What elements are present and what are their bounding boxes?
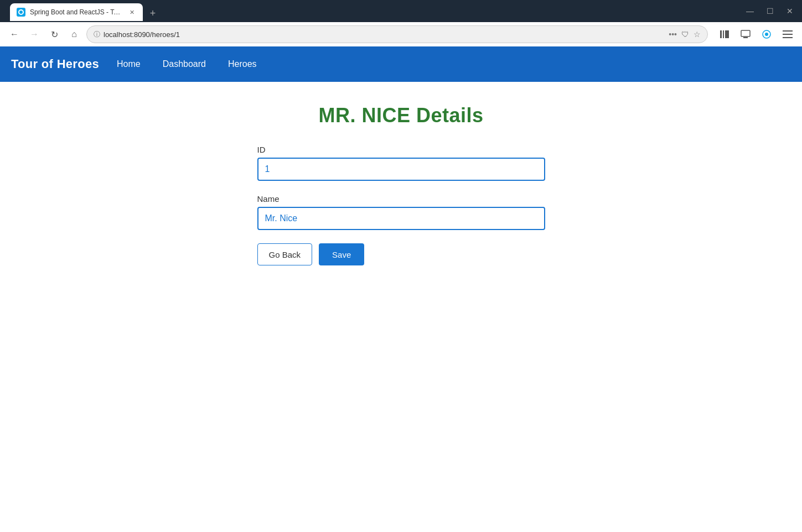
svg-point-6 xyxy=(765,33,768,36)
synced-tabs-button[interactable] xyxy=(738,27,753,42)
app-title: Tour of Heroes xyxy=(11,57,99,71)
tab-close-button[interactable]: ✕ xyxy=(127,8,136,17)
window-controls: — ☐ ✕ xyxy=(743,4,796,18)
tab-title: Spring Boot and ReactJS - Tour xyxy=(30,8,123,16)
svg-rect-4 xyxy=(743,37,748,38)
library-button[interactable] xyxy=(717,27,732,42)
nav-heroes[interactable]: Heroes xyxy=(224,57,261,71)
close-button[interactable]: ✕ xyxy=(783,4,796,18)
name-input[interactable] xyxy=(257,207,545,230)
browser-chrome: Spring Boot and ReactJS - Tour ✕ + — ☐ ✕… xyxy=(0,0,802,46)
id-field-group: ID xyxy=(257,145,545,181)
svg-rect-1 xyxy=(723,30,724,38)
id-label: ID xyxy=(257,145,545,154)
extensions-button[interactable] xyxy=(759,27,774,42)
forward-button: → xyxy=(27,27,42,42)
secure-icon: ⓘ xyxy=(94,30,100,39)
more-button[interactable]: ••• xyxy=(669,30,677,39)
address-bar: ← → ↻ ⌂ ⓘ localhost:8090/heroes/1 ••• 🛡 … xyxy=(0,22,802,46)
pocket-button[interactable]: 🛡 xyxy=(681,30,689,39)
svg-rect-3 xyxy=(741,30,750,36)
main-content: MR. NICE Details ID Name Go Back Save xyxy=(0,82,802,265)
url-actions: ••• 🛡 ☆ xyxy=(669,30,701,39)
url-bar[interactable]: ⓘ localhost:8090/heroes/1 ••• 🛡 ☆ xyxy=(86,25,708,43)
maximize-button[interactable]: ☐ xyxy=(763,4,777,18)
favicon-icon xyxy=(18,9,24,15)
app-nav: Tour of Heroes Home Dashboard Heroes xyxy=(0,46,802,82)
bookmark-button[interactable]: ☆ xyxy=(694,30,701,39)
tab-bar: Spring Boot and ReactJS - Tour ✕ + xyxy=(6,1,743,21)
page-title: MR. NICE Details xyxy=(318,104,483,127)
browser-actions xyxy=(717,27,795,42)
home-button[interactable]: ⌂ xyxy=(66,27,82,42)
hero-form: ID Name Go Back Save xyxy=(257,145,545,265)
new-tab-button[interactable]: + xyxy=(145,6,161,21)
nav-dashboard[interactable]: Dashboard xyxy=(158,57,210,71)
active-tab[interactable]: Spring Boot and ReactJS - Tour ✕ xyxy=(10,3,143,21)
menu-button[interactable] xyxy=(780,27,795,42)
name-field-group: Name xyxy=(257,194,545,230)
tab-favicon xyxy=(17,8,25,17)
go-back-button[interactable]: Go Back xyxy=(257,243,313,265)
svg-rect-9 xyxy=(783,37,793,38)
svg-rect-2 xyxy=(725,30,729,38)
minimize-button[interactable]: — xyxy=(743,4,757,18)
nav-home[interactable]: Home xyxy=(112,57,145,71)
title-bar: Spring Boot and ReactJS - Tour ✕ + — ☐ ✕ xyxy=(0,0,802,22)
svg-rect-7 xyxy=(783,30,793,32)
name-label: Name xyxy=(257,194,545,204)
id-input[interactable] xyxy=(257,158,545,181)
svg-rect-0 xyxy=(720,30,722,38)
form-buttons: Go Back Save xyxy=(257,243,545,265)
url-text: localhost:8090/heroes/1 xyxy=(104,30,665,39)
back-button[interactable]: ← xyxy=(7,27,22,42)
save-button[interactable]: Save xyxy=(319,243,364,265)
refresh-button[interactable]: ↻ xyxy=(46,27,62,42)
svg-rect-8 xyxy=(783,34,793,35)
